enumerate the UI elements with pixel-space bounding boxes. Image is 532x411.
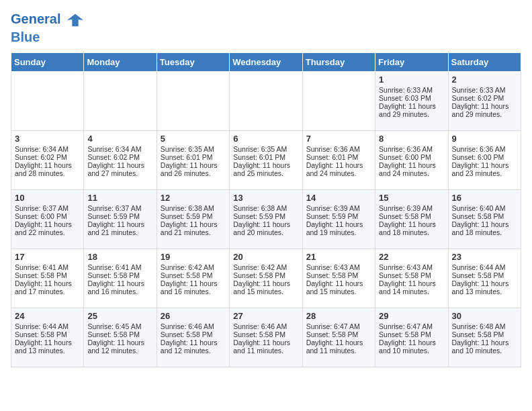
weekday-header: Sunday — [11, 53, 84, 72]
day-info: Daylight: 11 hours and 16 minutes. — [161, 279, 226, 295]
day-info: Sunset: 6:00 PM — [15, 212, 80, 220]
day-info: Sunrise: 6:34 AM — [87, 145, 152, 153]
day-number: 13 — [233, 193, 298, 203]
day-info: Daylight: 11 hours and 20 minutes. — [233, 220, 298, 236]
calendar-cell: 6Sunrise: 6:35 AMSunset: 6:01 PMDaylight… — [230, 131, 302, 190]
day-number: 10 — [15, 193, 80, 203]
day-info: Sunset: 5:59 PM — [161, 212, 226, 220]
day-number: 16 — [452, 193, 517, 203]
calendar-table: SundayMondayTuesdayWednesdayThursdayFrid… — [11, 52, 521, 367]
logo: General Blue — [11, 11, 85, 44]
calendar-cell: 16Sunrise: 6:40 AMSunset: 5:58 PMDayligh… — [448, 190, 521, 249]
day-info: Sunrise: 6:35 AM — [161, 145, 226, 153]
day-info: Daylight: 11 hours and 15 minutes. — [233, 279, 298, 295]
day-info: Sunrise: 6:38 AM — [233, 204, 298, 212]
day-number: 25 — [87, 311, 152, 321]
day-info: Sunrise: 6:43 AM — [379, 263, 444, 271]
day-number: 8 — [379, 134, 444, 144]
day-number: 12 — [161, 193, 226, 203]
day-info: Sunset: 6:02 PM — [87, 153, 152, 161]
day-info: Sunrise: 6:34 AM — [15, 145, 80, 153]
day-info: Sunset: 5:58 PM — [306, 271, 371, 279]
day-number: 3 — [15, 134, 80, 144]
day-number: 24 — [15, 311, 80, 321]
calendar-cell — [302, 72, 375, 131]
day-number: 5 — [161, 134, 226, 144]
day-info: Sunset: 6:01 PM — [306, 153, 371, 161]
day-info: Sunset: 5:58 PM — [161, 271, 226, 279]
calendar-cell — [157, 72, 229, 131]
day-info: Sunrise: 6:38 AM — [161, 204, 226, 212]
calendar-cell: 21Sunrise: 6:43 AMSunset: 5:58 PMDayligh… — [302, 249, 375, 308]
day-info: Sunset: 5:59 PM — [233, 212, 298, 220]
day-number: 11 — [87, 193, 152, 203]
logo-blue: Blue — [11, 30, 85, 44]
day-number: 26 — [161, 311, 226, 321]
calendar-cell: 1Sunrise: 6:33 AMSunset: 6:03 PMDaylight… — [375, 72, 448, 131]
day-info: Daylight: 11 hours and 28 minutes. — [15, 161, 80, 177]
day-info: Sunset: 5:58 PM — [379, 212, 444, 220]
calendar-cell: 11Sunrise: 6:37 AMSunset: 5:59 PMDayligh… — [84, 190, 157, 249]
day-number: 15 — [379, 193, 444, 203]
day-info: Sunset: 5:58 PM — [452, 330, 517, 338]
day-info: Daylight: 11 hours and 13 minutes. — [452, 279, 517, 295]
day-info: Sunset: 6:02 PM — [452, 94, 517, 102]
day-number: 7 — [306, 134, 371, 144]
day-number: 20 — [233, 252, 298, 262]
logo-general: General — [11, 11, 60, 26]
day-info: Daylight: 11 hours and 10 minutes. — [379, 338, 444, 355]
day-info: Sunrise: 6:37 AM — [15, 204, 80, 212]
day-info: Sunset: 6:00 PM — [379, 153, 444, 161]
day-info: Sunset: 6:02 PM — [15, 153, 80, 161]
calendar-cell: 4Sunrise: 6:34 AMSunset: 6:02 PMDaylight… — [84, 131, 157, 190]
day-number: 22 — [379, 252, 444, 262]
calendar-cell: 15Sunrise: 6:39 AMSunset: 5:58 PMDayligh… — [375, 190, 448, 249]
page-header: General Blue — [11, 11, 521, 44]
day-info: Sunset: 6:03 PM — [379, 94, 444, 102]
day-info: Sunrise: 6:47 AM — [379, 322, 444, 330]
day-info: Sunrise: 6:36 AM — [379, 145, 444, 153]
calendar-cell — [84, 72, 157, 131]
day-info: Sunrise: 6:47 AM — [306, 322, 371, 330]
calendar-cell: 17Sunrise: 6:41 AMSunset: 5:58 PMDayligh… — [11, 249, 84, 308]
day-info: Sunrise: 6:37 AM — [87, 204, 152, 212]
day-info: Sunrise: 6:35 AM — [233, 145, 298, 153]
day-info: Daylight: 11 hours and 15 minutes. — [306, 279, 371, 295]
day-info: Sunrise: 6:33 AM — [379, 86, 444, 94]
day-number: 30 — [452, 311, 517, 321]
calendar-cell: 23Sunrise: 6:44 AMSunset: 5:58 PMDayligh… — [448, 249, 521, 308]
day-info: Daylight: 11 hours and 27 minutes. — [87, 161, 152, 177]
day-number: 23 — [452, 252, 517, 262]
day-info: Daylight: 11 hours and 21 minutes. — [87, 220, 152, 236]
calendar-cell: 24Sunrise: 6:44 AMSunset: 5:58 PMDayligh… — [11, 308, 84, 367]
calendar-cell: 28Sunrise: 6:47 AMSunset: 5:58 PMDayligh… — [302, 308, 375, 367]
day-info: Daylight: 11 hours and 18 minutes. — [379, 220, 444, 236]
day-number: 27 — [233, 311, 298, 321]
day-info: Sunset: 6:01 PM — [161, 153, 226, 161]
calendar-cell: 22Sunrise: 6:43 AMSunset: 5:58 PMDayligh… — [375, 249, 448, 308]
weekday-header: Tuesday — [157, 53, 229, 72]
calendar-cell: 19Sunrise: 6:42 AMSunset: 5:58 PMDayligh… — [157, 249, 229, 308]
day-number: 9 — [452, 134, 517, 144]
calendar-cell: 12Sunrise: 6:38 AMSunset: 5:59 PMDayligh… — [157, 190, 229, 249]
day-info: Daylight: 11 hours and 17 minutes. — [15, 279, 80, 295]
day-info: Sunset: 5:59 PM — [306, 212, 371, 220]
day-info: Sunset: 5:58 PM — [161, 330, 226, 338]
day-info: Daylight: 11 hours and 23 minutes. — [452, 161, 517, 177]
calendar-cell: 20Sunrise: 6:42 AMSunset: 5:58 PMDayligh… — [230, 249, 302, 308]
day-info: Sunrise: 6:40 AM — [452, 204, 517, 212]
day-info: Sunrise: 6:44 AM — [15, 322, 80, 330]
day-info: Daylight: 11 hours and 16 minutes. — [87, 279, 152, 295]
weekday-header: Saturday — [448, 53, 521, 72]
day-info: Daylight: 11 hours and 18 minutes. — [452, 220, 517, 236]
day-info: Sunrise: 6:39 AM — [306, 204, 371, 212]
day-number: 21 — [306, 252, 371, 262]
day-info: Daylight: 11 hours and 26 minutes. — [161, 161, 226, 177]
calendar-cell: 8Sunrise: 6:36 AMSunset: 6:00 PMDaylight… — [375, 131, 448, 190]
day-info: Daylight: 11 hours and 12 minutes. — [87, 338, 152, 355]
weekday-header: Thursday — [302, 53, 375, 72]
calendar-cell: 9Sunrise: 6:36 AMSunset: 6:00 PMDaylight… — [448, 131, 521, 190]
day-info: Sunrise: 6:39 AM — [379, 204, 444, 212]
calendar-cell: 26Sunrise: 6:46 AMSunset: 5:58 PMDayligh… — [157, 308, 229, 367]
calendar-cell: 18Sunrise: 6:41 AMSunset: 5:58 PMDayligh… — [84, 249, 157, 308]
